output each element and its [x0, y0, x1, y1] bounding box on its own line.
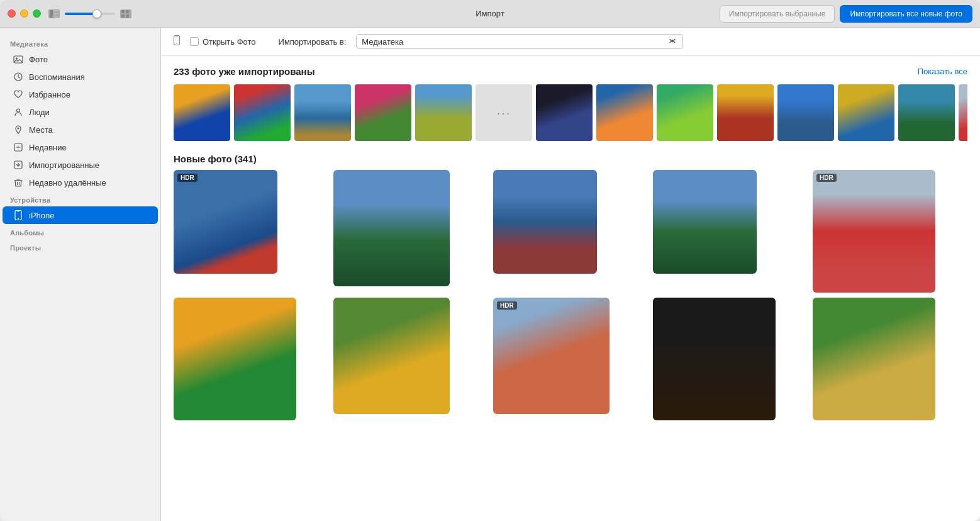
- svg-rect-8: [14, 56, 23, 63]
- imported-thumb-10[interactable]: [717, 84, 774, 141]
- imported-section-title: 233 фото уже импортированы: [174, 66, 315, 77]
- traffic-lights: [8, 9, 41, 18]
- svg-rect-5: [126, 10, 129, 13]
- zoom-slider[interactable]: [65, 13, 115, 15]
- svg-point-11: [17, 109, 20, 112]
- recent-icon: [13, 142, 24, 153]
- open-photo-checkbox-label[interactable]: Открыть Фото: [190, 37, 256, 47]
- open-photo-checkbox[interactable]: [190, 37, 199, 46]
- favorites-icon: [13, 89, 24, 100]
- import-destination-select[interactable]: Медиатека: [356, 34, 683, 49]
- sidebar-item-imported-label: Импортированные: [29, 160, 99, 170]
- sidebar-item-memories[interactable]: Воспоминания: [3, 68, 158, 86]
- hdr-badge-8: HDR: [497, 301, 517, 310]
- svg-rect-4: [121, 10, 125, 13]
- imported-thumb-11[interactable]: [777, 84, 834, 141]
- imported-thumb-5[interactable]: [415, 84, 472, 141]
- trash-icon: [13, 177, 24, 188]
- sidebar: Медиатека Фото Воспоминания Избранное Лю…: [0, 28, 161, 521]
- sidebar-item-favorites-label: Избранное: [29, 90, 70, 99]
- imported-thumb-14[interactable]: [959, 84, 967, 141]
- select-arrow-icon: [667, 36, 677, 47]
- sidebar-section-albums: Альбомы: [0, 224, 160, 239]
- app-body: Медиатека Фото Воспоминания Избранное Лю…: [0, 28, 980, 521]
- sidebar-item-places[interactable]: Места: [3, 121, 158, 138]
- new-photo-10[interactable]: [813, 298, 935, 420]
- sidebar-item-recent-label: Недавние: [29, 143, 67, 152]
- sidebar-item-photos-label: Фото: [29, 55, 48, 64]
- sidebar-item-people-label: Люди: [29, 108, 50, 117]
- imported-thumb-3[interactable]: [294, 84, 351, 141]
- imported-thumb-13[interactable]: [898, 84, 955, 141]
- import-selected-button[interactable]: Импортировать выбранные: [720, 5, 835, 23]
- svg-rect-1: [54, 10, 58, 11]
- content-area: Открыть Фото Импортировать в: Медиатека …: [161, 28, 980, 521]
- sidebar-item-people[interactable]: Люди: [3, 103, 158, 121]
- titlebar-actions: Импортировать выбранные Импортировать вс…: [720, 5, 972, 23]
- sidebar-item-places-label: Места: [29, 125, 53, 135]
- imported-thumb-4[interactable]: [355, 84, 411, 141]
- imported-thumb-12[interactable]: [838, 84, 894, 141]
- window-title: Импорт: [476, 9, 504, 18]
- new-photo-7[interactable]: [333, 298, 450, 414]
- import-to-label: Импортировать в:: [279, 37, 347, 47]
- svg-rect-2: [54, 13, 58, 14]
- close-button[interactable]: [8, 9, 16, 18]
- window-controls: [48, 9, 131, 18]
- device-icon: [174, 35, 180, 48]
- sidebar-item-favorites[interactable]: Избранное: [3, 86, 158, 103]
- sidebar-item-memories-label: Воспоминания: [29, 72, 85, 82]
- sidebar-item-iphone-label: iPhone: [29, 211, 54, 220]
- new-photo-3[interactable]: [493, 170, 597, 274]
- svg-point-12: [18, 128, 19, 130]
- new-photo-2[interactable]: [333, 170, 450, 286]
- sidebar-section-library: Медиатека: [0, 35, 160, 50]
- imported-thumb-8[interactable]: [596, 84, 653, 141]
- imported-thumb-2[interactable]: [234, 84, 291, 141]
- imported-thumb-1[interactable]: [174, 84, 230, 141]
- svg-point-9: [16, 58, 18, 60]
- import-all-button[interactable]: Импортировать все новые фото: [840, 5, 972, 23]
- imported-icon: [13, 159, 24, 171]
- more-dots: ···: [497, 106, 511, 120]
- sidebar-section-projects: Проекты: [0, 239, 160, 254]
- sidebar-section-devices: Устройства: [0, 191, 160, 206]
- maximize-button[interactable]: [33, 9, 41, 18]
- imported-thumb-9[interactable]: [657, 84, 713, 141]
- import-destination-value: Медиатека: [362, 37, 403, 47]
- hdr-badge-1: HDR: [177, 174, 198, 182]
- new-photo-9[interactable]: [653, 298, 776, 420]
- minimize-button[interactable]: [20, 9, 28, 18]
- sidebar-item-photos[interactable]: Фото: [3, 50, 158, 68]
- svg-rect-0: [50, 10, 53, 18]
- import-toolbar: Открыть Фото Импортировать в: Медиатека: [161, 28, 980, 56]
- imported-thumb-more[interactable]: ···: [476, 84, 532, 141]
- new-photo-5[interactable]: HDR: [813, 170, 935, 293]
- svg-rect-6: [121, 14, 125, 18]
- new-photo-6[interactable]: [174, 298, 296, 420]
- grid-view-icon[interactable]: [120, 9, 131, 18]
- sidebar-item-iphone[interactable]: iPhone: [3, 206, 158, 224]
- svg-point-18: [176, 43, 177, 44]
- new-photo-8[interactable]: HDR: [493, 298, 610, 414]
- imported-photos-strip: ···: [174, 84, 967, 141]
- sidebar-item-deleted-label: Недавно удалённые: [29, 178, 106, 188]
- new-photo-4[interactable]: [653, 170, 757, 274]
- imported-thumb-7[interactable]: [536, 84, 593, 141]
- titlebar: Импорт Импортировать выбранные Импортиро…: [0, 0, 980, 28]
- sidebar-item-recent[interactable]: Недавние: [3, 138, 158, 156]
- hdr-badge-5: HDR: [816, 174, 837, 182]
- new-photo-1[interactable]: HDR: [174, 170, 277, 274]
- sidebar-item-imported[interactable]: Импортированные: [3, 156, 158, 174]
- photos-icon: [13, 53, 24, 65]
- show-all-link[interactable]: Показать все: [918, 67, 967, 76]
- sidebar-item-deleted[interactable]: Недавно удалённые: [3, 174, 158, 191]
- svg-rect-7: [126, 14, 129, 18]
- new-photos-grid: HDR HDR HDR: [161, 170, 980, 433]
- new-photos-section-title: Новые фото (341): [174, 154, 257, 164]
- places-icon: [13, 124, 24, 135]
- svg-rect-3: [54, 16, 58, 18]
- imported-section-header: 233 фото уже импортированы Показать все: [174, 66, 967, 77]
- sidebar-toggle-icon[interactable]: [48, 9, 60, 18]
- open-photo-label: Открыть Фото: [203, 37, 256, 47]
